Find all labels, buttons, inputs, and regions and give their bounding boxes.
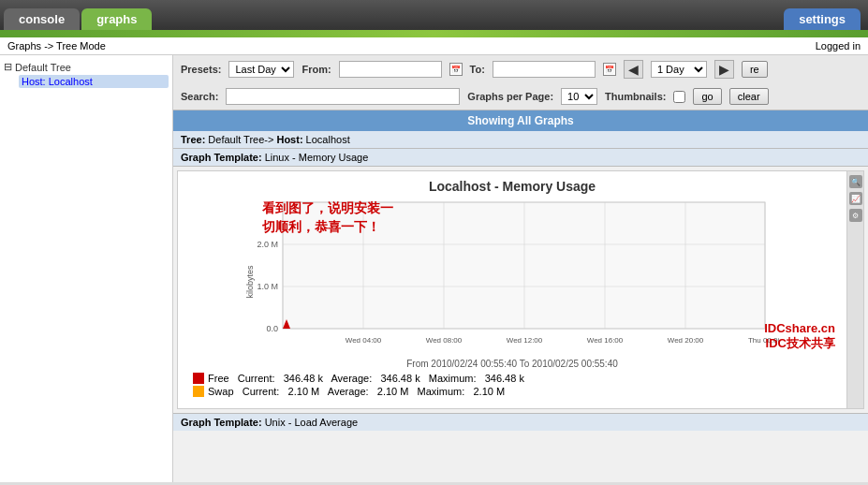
from-calendar-icon[interactable]: 📅 [449, 63, 463, 76]
graphs-per-page-label: Graphs per Page: [467, 91, 553, 102]
tab-settings[interactable]: settings [784, 8, 861, 30]
host-label: Host: [276, 134, 302, 145]
legend-color-free [193, 373, 204, 384]
graph-svg: 0.0 1.0 M 2.0 M kilobytes Wed 04:00 Wed … [245, 198, 779, 357]
showing-header: Showing All Graphs [173, 110, 868, 131]
svg-text:1.0 M: 1.0 M [257, 282, 278, 291]
svg-text:Wed 04:00: Wed 04:00 [346, 336, 382, 345]
logged-in-status: Logged in [816, 40, 861, 51]
thumbnails-checkbox[interactable] [673, 91, 685, 103]
bottom-template-value: Unix - Load Average [265, 417, 358, 428]
graph-tools: 🔍 📈 ⚙ [846, 171, 863, 408]
time-range: From 2010/02/24 00:55:40 To 2010/02/25 0… [185, 359, 839, 369]
clear-button[interactable]: clear [729, 88, 769, 105]
search-input[interactable] [226, 88, 460, 105]
graph-inner: Localhost - Memory Usage [178, 171, 863, 408]
presets-select[interactable]: Last Day [228, 61, 294, 78]
bottom-template-label: Graph Template: [181, 417, 262, 428]
graphs-per-page-select[interactable]: 10 [561, 88, 597, 105]
default-tree-label: Default Tree [15, 62, 71, 73]
content-area: Presets: Last Day From: 2010-02-24 00:55… [173, 55, 868, 482]
svg-text:Wed 08:00: Wed 08:00 [426, 336, 463, 345]
graph-title: Localhost - Memory Usage [185, 179, 839, 194]
bottom-template-bar: Graph Template: Unix - Load Average [173, 413, 868, 431]
graph-template-label: Graph Template: [181, 152, 262, 163]
legend-color-swap [193, 386, 204, 397]
graph-container: 看到图了，说明安装一 切顺利，恭喜一下！ Localhost - Memory … [177, 170, 864, 409]
svg-text:Wed 20:00: Wed 20:00 [668, 336, 704, 345]
settings-tool-icon[interactable]: ⚙ [849, 209, 862, 222]
tab-console[interactable]: console [4, 8, 80, 30]
sidebar-item-localhost[interactable]: Host: Localhost [19, 75, 169, 88]
tree-label: Tree: [181, 134, 205, 145]
tree-value: Default Tree-> [208, 134, 273, 145]
from-label: From: [302, 64, 331, 75]
tree-info: Tree: Default Tree-> Host: Localhost [173, 131, 868, 149]
toolbar-row-2: Search: Graphs per Page: 10 Thumbnails: … [181, 88, 861, 105]
breadcrumb: Graphs -> Tree Mode [7, 40, 106, 51]
sidebar-tree-root: ⊟ Default Tree [4, 61, 169, 73]
graph-icon[interactable]: 📈 [849, 192, 862, 205]
zoom-icon[interactable]: 🔍 [849, 175, 862, 188]
to-label: To: [470, 64, 485, 75]
from-input[interactable]: 2010-02-24 00:55 [339, 61, 442, 78]
tab-graphs[interactable]: graphs [81, 8, 152, 30]
toolbar: Presets: Last Day From: 2010-02-24 00:55… [173, 55, 868, 110]
sidebar: ⊟ Default Tree Host: Localhost [0, 55, 173, 482]
graph-legend: Free Current: 346.48 k Average: 346.48 k… [185, 369, 839, 401]
svg-text:0.0: 0.0 [266, 324, 278, 333]
day-select[interactable]: 1 Day [651, 61, 707, 78]
graph-template-bar: Graph Template: Linux - Memory Usage [173, 149, 868, 167]
legend-item-free: Free Current: 346.48 k Average: 346.48 k… [193, 373, 831, 384]
prev-arrow-button[interactable]: ◀ [624, 60, 643, 79]
legend-label-free: Free Current: 346.48 k Average: 346.48 k… [208, 373, 524, 384]
svg-text:2.0 M: 2.0 M [257, 240, 278, 249]
legend-item-swap: Swap Current: 2.10 M Average: 2.10 M Max… [193, 386, 831, 397]
thumbnails-label: Thumbnails: [605, 91, 666, 102]
breadcrumb-bar: Graphs -> Tree Mode Logged in [0, 37, 868, 55]
green-stripe [0, 30, 868, 37]
main-layout: ⊟ Default Tree Host: Localhost Presets: … [0, 55, 868, 482]
svg-text:kilobytes: kilobytes [245, 265, 255, 299]
svg-text:Thu 00:00: Thu 00:00 [748, 336, 779, 345]
graph-template-value: Linux - Memory Usage [265, 152, 369, 163]
top-navigation: console graphs settings [0, 0, 868, 30]
presets-label: Presets: [181, 64, 221, 75]
to-input[interactable]: 2010-02-25 00:55 [493, 61, 596, 78]
graph-chart-area: Localhost - Memory Usage [178, 171, 846, 408]
refresh-button[interactable]: re [742, 61, 768, 78]
nav-tabs-left: console graphs [4, 0, 152, 30]
nav-tabs-right: settings [784, 0, 864, 30]
svg-text:Wed 16:00: Wed 16:00 [587, 336, 624, 345]
tree-expand-icon[interactable]: ⊟ [4, 61, 12, 73]
legend-label-swap: Swap Current: 2.10 M Average: 2.10 M Max… [208, 386, 505, 397]
toolbar-row-1: Presets: Last Day From: 2010-02-24 00:55… [181, 60, 861, 79]
to-calendar-icon[interactable]: 📅 [603, 63, 616, 76]
go-button[interactable]: go [693, 88, 721, 105]
svg-text:Wed 12:00: Wed 12:00 [507, 336, 543, 345]
search-label: Search: [181, 91, 218, 102]
host-value: Localhost [306, 134, 350, 145]
svg-rect-0 [283, 202, 765, 329]
next-arrow-button[interactable]: ▶ [714, 60, 734, 79]
